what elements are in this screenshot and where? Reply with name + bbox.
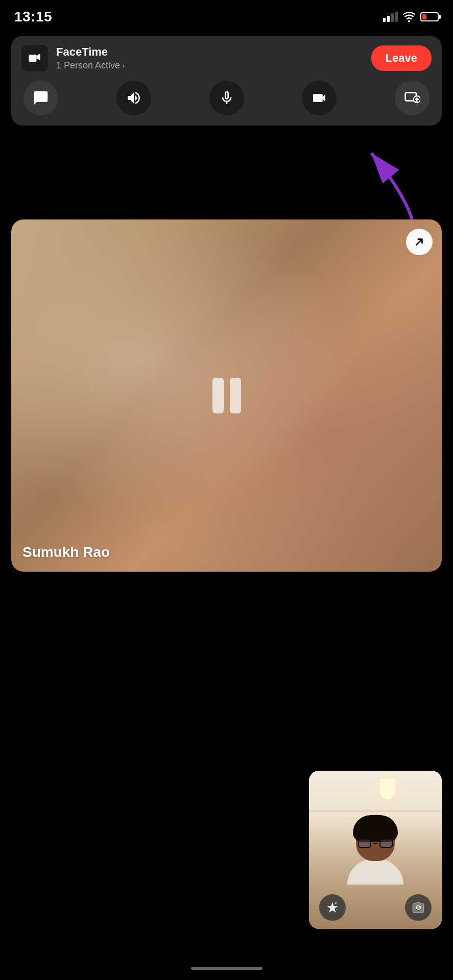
arrow-annotation	[361, 143, 422, 227]
svg-point-7	[337, 909, 338, 910]
chat-icon	[33, 90, 49, 106]
svg-point-6	[328, 910, 329, 911]
status-time: 13:15	[14, 9, 52, 25]
speaker-icon	[126, 90, 142, 106]
status-bar: 13:15	[0, 0, 453, 28]
video-button[interactable]	[302, 81, 337, 115]
annotation-arrow	[361, 143, 422, 225]
flip-camera-icon	[412, 901, 425, 914]
svg-rect-0	[29, 55, 36, 62]
effects-icon	[326, 901, 339, 914]
status-icons	[383, 12, 439, 22]
signal-bars-icon	[383, 12, 398, 22]
speaker-button[interactable]	[116, 81, 151, 115]
mic-button[interactable]	[209, 81, 244, 115]
flip-camera-button[interactable]	[405, 894, 432, 921]
microphone-icon	[219, 90, 235, 106]
svg-point-3	[416, 97, 418, 100]
caller-name: Sumukh Rao	[22, 544, 110, 560]
banner-title-area: FaceTime 1 Person Active ›	[21, 45, 125, 71]
banner-text: FaceTime 1 Person Active ›	[56, 45, 125, 71]
self-video-pip[interactable]	[309, 771, 442, 929]
main-video: Sumukh Rao	[11, 219, 442, 572]
video-icon	[311, 90, 327, 106]
expand-button[interactable]	[406, 229, 433, 255]
self-video-controls	[309, 894, 442, 921]
banner-subtitle[interactable]: 1 Person Active ›	[56, 60, 125, 71]
chat-button[interactable]	[23, 81, 58, 115]
expand-icon	[413, 235, 426, 249]
chevron-icon: ›	[122, 61, 125, 70]
home-indicator	[191, 967, 263, 970]
banner-controls	[21, 81, 432, 115]
pause-indicator	[212, 378, 241, 413]
leave-button[interactable]: Leave	[371, 45, 432, 71]
battery-icon	[420, 12, 439, 21]
effects-button[interactable]	[319, 894, 346, 921]
camera-icon	[28, 51, 42, 65]
app-name: FaceTime	[56, 45, 125, 59]
facetime-app-icon	[21, 45, 48, 71]
wifi-icon	[403, 12, 415, 22]
svg-point-5	[335, 902, 337, 904]
shareplay-button[interactable]	[395, 81, 430, 115]
banner-top: FaceTime 1 Person Active › Leave	[21, 45, 432, 71]
facetime-banner: FaceTime 1 Person Active › Leave	[11, 36, 442, 126]
shareplay-icon	[404, 90, 420, 106]
